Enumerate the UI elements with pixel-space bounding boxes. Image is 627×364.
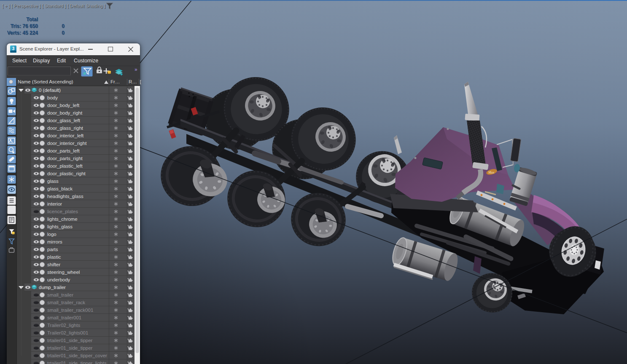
svg-text:door_interior_left: door_interior_left [47, 133, 84, 138]
svg-text:trtailer01_side_tipper: trtailer01_side_tipper [47, 345, 93, 351]
svg-text:parts: parts [47, 247, 58, 252]
svg-text:plastic: plastic [47, 254, 61, 260]
svg-text:headlights_glass: headlights_glass [47, 194, 83, 199]
svg-text:shifter: shifter [47, 262, 60, 267]
svg-text:»: » [135, 67, 137, 72]
svg-text:lights_glass: lights_glass [47, 224, 73, 229]
svg-text:lights_chrome: lights_chrome [47, 217, 78, 222]
svg-text:Max: Max [488, 171, 495, 174]
svg-text:door_body_left: door_body_left [47, 103, 80, 108]
svg-text:body: body [47, 95, 58, 100]
svg-text:trtailer01_side_tipper: trtailer01_side_tipper [47, 338, 93, 343]
svg-text:door_parts_right: door_parts_right [47, 156, 83, 161]
svg-text:Trailer02_lights001: Trailer02_lights001 [47, 330, 88, 335]
svg-text:glass_black: glass_black [47, 186, 73, 191]
svg-text:glass: glass [47, 179, 59, 184]
svg-text:door_glass_right: door_glass_right [47, 126, 83, 131]
svg-text:door_plastic_right: door_plastic_right [47, 171, 86, 176]
svg-text:Trailer02_lights: Trailer02_lights [47, 323, 80, 328]
svg-text:door_body_right: door_body_right [47, 110, 83, 115]
svg-text:door_parts_left: door_parts_left [47, 148, 80, 153]
svg-text:steering_wheel: steering_wheel [47, 270, 80, 275]
svg-text:small_trailer_rack001: small_trailer_rack001 [47, 308, 93, 313]
svg-text:dump_trailer: dump_trailer [39, 285, 66, 290]
svg-text:mirrors: mirrors [47, 239, 62, 244]
svg-text:licence_plates: licence_plates [47, 209, 78, 214]
svg-text:interior: interior [47, 201, 62, 206]
svg-text:3: 3 [12, 46, 15, 51]
svg-text:door_plastic_left: door_plastic_left [47, 163, 83, 169]
svg-text:small_trailer: small_trailer [47, 292, 73, 297]
svg-text:logo: logo [47, 232, 57, 237]
svg-text:small_trailer001: small_trailer001 [47, 315, 81, 320]
svg-text:underbody: underbody [47, 277, 70, 282]
svg-text:door_glass_left: door_glass_left [47, 118, 81, 123]
svg-text:trtailer01_side_tipper_cover: trtailer01_side_tipper_cover [47, 353, 107, 358]
svg-text:small_trailer_rack: small_trailer_rack [47, 300, 85, 305]
svg-text:door_interior_right: door_interior_right [47, 141, 87, 146]
svg-text:trtailer01_side_tipper_lights: trtailer01_side_tipper_lights [47, 361, 107, 364]
svg-text:0 (default): 0 (default) [39, 88, 61, 93]
